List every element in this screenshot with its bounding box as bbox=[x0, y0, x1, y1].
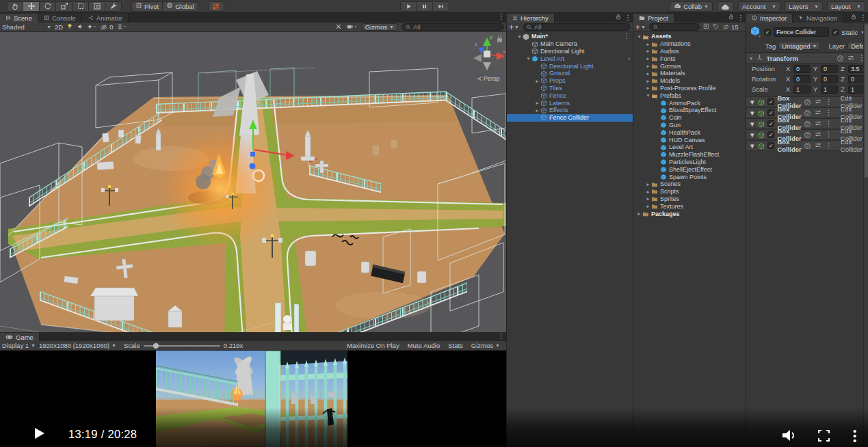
expand-arrow[interactable]: ▼ bbox=[645, 93, 651, 98]
help-icon[interactable]: ? bbox=[804, 121, 811, 127]
component-menu-icon[interactable]: ⋮ bbox=[826, 120, 832, 127]
create-object-dropdown[interactable]: +▼ bbox=[509, 24, 519, 31]
expand-arrow[interactable]: ► bbox=[645, 64, 651, 68]
presets-icon[interactable] bbox=[815, 109, 821, 117]
tree-row[interactable]: ▼Level Art› bbox=[507, 55, 633, 62]
help-icon[interactable]: ? bbox=[804, 99, 811, 105]
foldout-arrow[interactable]: ▼ bbox=[749, 98, 755, 106]
hierarchy-search-input[interactable]: All bbox=[523, 23, 631, 31]
project-menu-icon[interactable]: ⋮ bbox=[737, 14, 744, 21]
tab-console[interactable]: Console bbox=[38, 14, 82, 23]
expand-arrow[interactable]: ► bbox=[645, 71, 651, 76]
tab-animator[interactable]: Animator bbox=[82, 14, 129, 23]
layout-dropdown[interactable]: Layout▼ bbox=[827, 1, 865, 12]
tree-row[interactable]: HealthPack bbox=[633, 128, 746, 136]
hidden-objects-toggle[interactable]: 0 bbox=[100, 23, 113, 31]
tree-row[interactable]: ►Laterns bbox=[507, 99, 633, 107]
expand-arrow[interactable]: ▼ bbox=[636, 34, 642, 39]
tree-row[interactable]: ►Sprites bbox=[633, 195, 746, 203]
position-y-field[interactable]: 0 bbox=[821, 65, 838, 73]
expand-arrow[interactable]: ► bbox=[645, 189, 651, 194]
scale-slider[interactable] bbox=[144, 345, 220, 347]
expand-arrow[interactable]: ► bbox=[636, 211, 642, 216]
scene-lighting-icon[interactable] bbox=[66, 23, 73, 31]
tree-row[interactable]: ►Scripts bbox=[633, 188, 746, 195]
tree-row[interactable]: ►Props bbox=[507, 77, 633, 85]
scene-audio-icon[interactable] bbox=[77, 23, 83, 31]
presets-icon[interactable] bbox=[815, 131, 821, 139]
expand-arrow[interactable]: ► bbox=[645, 42, 651, 46]
tag-dropdown[interactable]: Untagged▼ bbox=[778, 42, 820, 50]
inspector-menu-icon[interactable]: ⋮ bbox=[860, 14, 867, 21]
foldout-arrow[interactable]: ▼ bbox=[749, 109, 755, 117]
tree-row[interactable]: Directional Light bbox=[507, 48, 633, 55]
tab-navigation[interactable]: Navigation bbox=[793, 14, 843, 23]
rotate-tool-button[interactable] bbox=[40, 1, 56, 12]
expand-arrow[interactable]: ► bbox=[645, 56, 651, 61]
video-fullscreen-icon[interactable] bbox=[818, 430, 830, 442]
step-button[interactable] bbox=[433, 1, 449, 12]
help-icon[interactable]: ? bbox=[804, 143, 811, 149]
tree-row[interactable]: Ground bbox=[507, 70, 633, 77]
scale-y-field[interactable]: 1 bbox=[821, 85, 838, 94]
foldout-arrow[interactable]: ▼ bbox=[749, 142, 755, 150]
gameobject-icon[interactable] bbox=[749, 25, 761, 39]
tree-row[interactable]: Directional Light bbox=[507, 62, 633, 70]
component-enabled-checkbox[interactable]: ✓ bbox=[767, 109, 774, 116]
video-menu-icon[interactable]: ••• bbox=[853, 429, 856, 443]
tab-inspector[interactable]: Inspector bbox=[746, 14, 793, 23]
move-tool-button[interactable] bbox=[23, 1, 40, 12]
scrollbar-thumb[interactable] bbox=[865, 24, 868, 178]
game-panel-menu-icon[interactable]: ⋮ bbox=[498, 333, 505, 340]
hierarchy-menu-icon[interactable]: ⋮ bbox=[624, 14, 631, 21]
tree-row[interactable]: Spawn Points bbox=[633, 173, 746, 180]
maximize-on-play-button[interactable]: Maximize On Play bbox=[343, 341, 404, 350]
rect-tool-button[interactable] bbox=[73, 1, 89, 12]
tree-row[interactable]: ►Materials bbox=[633, 70, 746, 77]
expand-arrow[interactable]: ► bbox=[645, 79, 651, 83]
open-prefab-chevron[interactable]: › bbox=[628, 55, 630, 62]
scene-search-input[interactable]: All bbox=[402, 23, 504, 31]
grid-visibility-dropdown[interactable] bbox=[116, 23, 127, 31]
expand-arrow[interactable]: ► bbox=[534, 108, 540, 113]
panel-menu-icon[interactable]: ⋮ bbox=[498, 14, 505, 21]
foldout-arrow[interactable]: ▼ bbox=[749, 120, 755, 128]
component-menu-icon[interactable]: ⋮ bbox=[826, 98, 832, 105]
project-search-input[interactable] bbox=[649, 23, 700, 31]
tree-row[interactable]: Fence bbox=[507, 92, 633, 99]
help-icon[interactable]: ? bbox=[804, 132, 811, 138]
tree-row[interactable]: Tiles bbox=[507, 85, 633, 92]
tree-row[interactable]: BloodSprayEffect bbox=[633, 107, 746, 114]
tool-settings-icon[interactable] bbox=[335, 23, 342, 31]
tree-row[interactable]: Gun bbox=[633, 122, 746, 129]
hand-tool-button[interactable] bbox=[7, 1, 23, 12]
expand-arrow[interactable]: ▼ bbox=[516, 34, 523, 39]
search-by-type-icon[interactable] bbox=[703, 23, 709, 31]
custom-tool-button[interactable] bbox=[105, 1, 122, 12]
box-collider-header[interactable]: ▼✓Box Collider?⋮Edit ColliderIs TriggerM… bbox=[746, 140, 868, 151]
grid-snap-button[interactable] bbox=[208, 1, 224, 12]
lock-icon[interactable] bbox=[616, 14, 621, 21]
create-asset-dropdown[interactable]: +▼ bbox=[635, 24, 646, 31]
tree-row[interactable]: Coin bbox=[633, 114, 746, 122]
scale-x-field[interactable]: 1 bbox=[793, 85, 811, 94]
component-menu-icon[interactable]: ⋮ bbox=[826, 109, 832, 116]
tree-row[interactable]: ►Fonts bbox=[633, 55, 746, 62]
expand-arrow[interactable]: ► bbox=[645, 182, 651, 187]
expand-arrow[interactable]: ► bbox=[534, 79, 540, 83]
global-toggle[interactable]: Global bbox=[163, 1, 198, 12]
tree-row[interactable]: Level Art bbox=[633, 144, 746, 151]
tree-row[interactable]: ShellEjectEffect bbox=[633, 165, 746, 173]
video-play-icon[interactable] bbox=[34, 427, 45, 439]
2d-toggle[interactable]: 2D bbox=[55, 23, 63, 31]
scene-camera-dropdown[interactable] bbox=[346, 23, 358, 31]
tree-row[interactable]: HUD Canvas bbox=[633, 136, 746, 144]
resolution-dropdown[interactable]: 1920x1080 (1920x1080)▼ bbox=[39, 342, 116, 349]
shading-mode-dropdown[interactable]: Shaded▼ bbox=[2, 23, 51, 31]
display-dropdown[interactable]: Display 1▼ bbox=[2, 342, 36, 349]
search-by-label-icon[interactable] bbox=[713, 23, 719, 31]
component-enabled-checkbox[interactable]: ✓ bbox=[767, 142, 774, 149]
game-gizmos-dropdown[interactable]: Gizmos▼ bbox=[467, 341, 504, 350]
tab-hierarchy[interactable]: Hierarchy bbox=[507, 14, 555, 23]
tree-row[interactable]: ►Gizmos bbox=[633, 62, 746, 70]
